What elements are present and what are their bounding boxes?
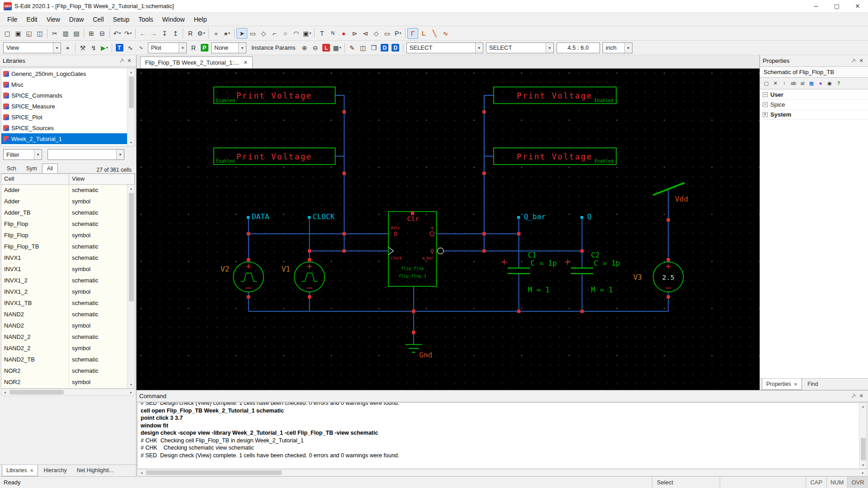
- expand-icon[interactable]: +: [763, 102, 768, 107]
- prop-record-button[interactable]: ●: [816, 79, 825, 88]
- library-item[interactable]: SPICE_Commands: [1, 90, 127, 101]
- record-macro-button[interactable]: ●: [211, 28, 222, 39]
- scroll-down-icon[interactable]: ▾: [859, 461, 867, 469]
- stop-macro-button[interactable]: ●▾: [222, 28, 232, 39]
- library-item[interactable]: SPICE_Measure: [1, 101, 127, 112]
- tree-node-user[interactable]: −User: [760, 90, 868, 100]
- console-scrollbar[interactable]: ▴ ▾: [859, 403, 867, 469]
- library-item[interactable]: SPICE_Plot: [1, 112, 127, 122]
- menu-cell[interactable]: Cell: [88, 14, 108, 25]
- rename-references-button[interactable]: R: [185, 28, 196, 39]
- doc-window-b-button[interactable]: D: [390, 42, 401, 53]
- print-view-button[interactable]: ❒: [368, 42, 379, 53]
- library-list-scrollbar[interactable]: ▴ ▾: [127, 68, 135, 146]
- scroll-up-icon[interactable]: ▴: [127, 185, 135, 192]
- table-row[interactable]: Flip_Flopsymbol: [1, 230, 127, 241]
- console-hscrollbar[interactable]: ◂ ▸: [137, 469, 867, 476]
- save-all-button[interactable]: ◫: [34, 28, 45, 39]
- schematic-canvas[interactable]: Print Voltage Enabled Print Voltage Enab…: [137, 69, 760, 390]
- instance-params-button[interactable]: Instance Params: [248, 42, 299, 53]
- document-tab[interactable]: Flip_Flop_TB Week_2_Tutorial_1:... ✕: [140, 56, 253, 68]
- library-item[interactable]: Misc: [1, 79, 127, 90]
- collapse-icon[interactable]: −: [763, 92, 768, 97]
- scroll-down-icon[interactable]: ▾: [127, 139, 135, 146]
- chevron-down-icon[interactable]: ▾: [130, 31, 132, 35]
- new-file-button[interactable]: ▢: [2, 28, 13, 39]
- go-forward-button[interactable]: →: [148, 28, 159, 39]
- table-row[interactable]: INVX1_2symbol: [1, 286, 127, 298]
- prop-promote-button[interactable]: ↑: [780, 79, 789, 88]
- chevron-down-icon[interactable]: ▾: [624, 43, 632, 53]
- go-back-button[interactable]: ←: [137, 28, 148, 39]
- close-icon[interactable]: ✕: [857, 57, 865, 65]
- close-icon[interactable]: ✕: [30, 468, 33, 473]
- column-header-cell[interactable]: Cell: [1, 174, 69, 184]
- table-row[interactable]: Addersymbol: [1, 196, 127, 207]
- chevron-down-icon[interactable]: ▾: [238, 43, 246, 53]
- menu-file[interactable]: File: [3, 14, 22, 25]
- run-simulation-button[interactable]: ▶▾: [99, 42, 110, 53]
- chevron-down-icon[interactable]: ▾: [179, 43, 186, 53]
- scroll-up-icon[interactable]: ▴: [127, 68, 135, 75]
- menu-help[interactable]: Help: [189, 14, 212, 25]
- tree-node-spice[interactable]: +Spice: [760, 100, 868, 110]
- chevron-down-icon[interactable]: ▾: [116, 150, 124, 160]
- table-row[interactable]: INVX1_TBschematic: [1, 298, 127, 309]
- chevron-down-icon[interactable]: ▾: [475, 43, 483, 53]
- probe-mode-combo[interactable]: None▾: [211, 42, 246, 53]
- instance-tool-button[interactable]: ▣▾: [302, 28, 312, 39]
- copy-to-grid-button[interactable]: ⊞: [86, 28, 97, 39]
- table-row[interactable]: NAND2_2schematic: [1, 332, 127, 343]
- prop-sort-all-button[interactable]: al: [798, 79, 807, 88]
- table-row[interactable]: NAND2symbol: [1, 320, 127, 332]
- chevron-down-icon[interactable]: ▾: [228, 31, 230, 35]
- copy-button[interactable]: ▥: [60, 28, 71, 39]
- chevron-down-icon[interactable]: ▾: [340, 46, 341, 50]
- update-symbol-button[interactable]: ⚙▾: [196, 28, 207, 39]
- table-row[interactable]: NOR2symbol: [1, 377, 127, 388]
- tab-find[interactable]: Find: [803, 379, 822, 390]
- tab-net-highlighti-[interactable]: Net Highlighti...: [72, 465, 118, 476]
- select-filter-a-combo[interactable]: SELECT▾: [406, 42, 483, 53]
- prop-grid-button[interactable]: ▦: [807, 79, 816, 88]
- pin-icon[interactable]: ⊤: [849, 392, 857, 400]
- tab-sch[interactable]: Sch: [2, 164, 21, 173]
- prop-visibility-button[interactable]: ◉: [825, 79, 834, 88]
- net-label-data[interactable]: DATA: [252, 213, 269, 221]
- zoom-out-button[interactable]: ⊖: [310, 42, 321, 53]
- table-row[interactable]: NOR2schematic: [1, 366, 127, 377]
- library-item[interactable]: Week_2_Tutorial_1: [1, 133, 127, 144]
- p-probe-button[interactable]: P: [199, 42, 210, 53]
- tab-sym[interactable]: Sym: [21, 164, 42, 173]
- chevron-down-icon[interactable]: ▾: [53, 43, 61, 53]
- table-row[interactable]: INVX1schematic: [1, 253, 127, 264]
- solder-dot-tool-button[interactable]: ●: [338, 28, 349, 39]
- command-console[interactable]: # SED Design check (View) complete. 1 ce…: [137, 402, 867, 469]
- redo-button[interactable]: ↷▾: [123, 28, 133, 39]
- push-into-context-button[interactable]: ↧: [159, 28, 170, 39]
- wire-diagonal-tool-button[interactable]: ╲: [429, 28, 440, 39]
- pop-out-of-context-button[interactable]: ↥: [170, 28, 181, 39]
- library-item[interactable]: Generic_250nm_LogicGates: [1, 68, 127, 79]
- menu-tools[interactable]: Tools: [134, 14, 158, 25]
- prop-help-button[interactable]: ?: [834, 79, 843, 88]
- table-row[interactable]: NAND2_2symbol: [1, 343, 127, 354]
- polygon-tool-button[interactable]: ◇: [258, 28, 269, 39]
- log-window-button[interactable]: L: [321, 42, 332, 53]
- table-row[interactable]: NAND2schematic: [1, 309, 127, 320]
- table-row[interactable]: Adder_TBschematic: [1, 207, 127, 219]
- view-select-combo[interactable]: View▾: [3, 42, 61, 53]
- table-row[interactable]: Adderschematic: [1, 185, 127, 196]
- filter-text-combo[interactable]: ▾: [47, 149, 124, 160]
- path-tool-button[interactable]: ⌐: [269, 28, 280, 39]
- table-row[interactable]: INVX1symbol: [1, 264, 127, 275]
- scroll-right-icon[interactable]: ▸: [127, 390, 135, 394]
- column-header-view[interactable]: View: [69, 174, 135, 184]
- arc-tool-button[interactable]: ◠: [291, 28, 302, 39]
- prop-sort-ab-button[interactable]: ab: [789, 79, 798, 88]
- waveform-voltage-button[interactable]: ∿: [125, 42, 136, 53]
- tree-node-system[interactable]: +System: [760, 110, 868, 120]
- edit-in-place-button[interactable]: ✎: [347, 42, 358, 53]
- menu-edit[interactable]: Edit: [22, 14, 42, 25]
- chevron-down-icon[interactable]: ▾: [119, 31, 121, 35]
